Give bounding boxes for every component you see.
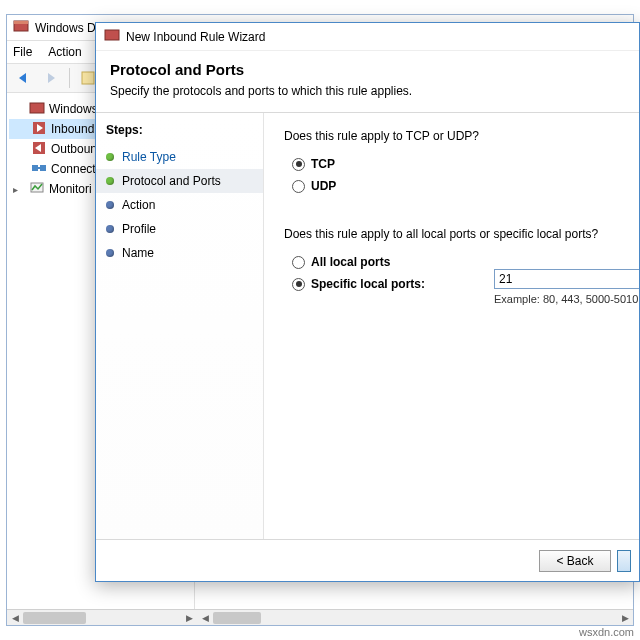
radio-icon[interactable] bbox=[292, 278, 305, 291]
firewall-app-icon bbox=[13, 18, 29, 37]
back-button[interactable] bbox=[11, 66, 35, 90]
scroll-right-icon[interactable]: ▶ bbox=[617, 610, 633, 625]
step-action[interactable]: Action bbox=[106, 193, 253, 217]
ports-example: Example: 80, 443, 5000-5010 bbox=[494, 293, 638, 305]
step-label: Profile bbox=[122, 222, 156, 236]
svg-marker-2 bbox=[19, 73, 26, 83]
tree-inbound-label: Inbound bbox=[51, 122, 94, 136]
wizard-title: New Inbound Rule Wizard bbox=[126, 30, 265, 44]
step-label: Protocol and Ports bbox=[122, 174, 221, 188]
wizard-app-icon bbox=[104, 27, 120, 46]
svg-marker-3 bbox=[48, 73, 55, 83]
svg-rect-14 bbox=[105, 30, 119, 40]
wizard-titlebar: New Inbound Rule Wizard bbox=[96, 23, 639, 51]
specific-ports-input[interactable] bbox=[494, 269, 639, 289]
ports-question: Does this rule apply to all local ports … bbox=[284, 227, 619, 241]
step-pending-icon bbox=[106, 249, 114, 257]
menu-file[interactable]: File bbox=[13, 45, 32, 59]
radio-tcp[interactable]: TCP bbox=[292, 153, 619, 175]
wizard-content: Does this rule apply to TCP or UDP? TCP … bbox=[264, 113, 639, 539]
back-button-label: < Back bbox=[556, 554, 593, 568]
radio-tcp-label: TCP bbox=[311, 157, 335, 171]
horizontal-scrollbar-right[interactable]: ◀ ▶ bbox=[197, 609, 633, 625]
step-pending-icon bbox=[106, 201, 114, 209]
radio-icon[interactable] bbox=[292, 180, 305, 193]
tree-monitoring-label: Monitori bbox=[49, 182, 92, 196]
step-active-icon bbox=[106, 177, 114, 185]
connection-icon bbox=[31, 160, 47, 179]
svg-rect-4 bbox=[82, 72, 94, 84]
svg-rect-12 bbox=[37, 167, 41, 169]
inbound-icon bbox=[31, 120, 47, 139]
tree-outbound-label: Outboun bbox=[51, 142, 97, 156]
outbound-icon bbox=[31, 140, 47, 159]
radio-specific-ports-label: Specific local ports: bbox=[311, 277, 425, 291]
wizard-footer: < Back bbox=[96, 539, 639, 581]
radio-icon[interactable] bbox=[292, 158, 305, 171]
step-protocol-ports[interactable]: Protocol and Ports bbox=[96, 169, 263, 193]
wizard-header: Protocol and Ports Specify the protocols… bbox=[96, 51, 639, 113]
radio-udp[interactable]: UDP bbox=[292, 175, 619, 197]
svg-rect-1 bbox=[14, 21, 28, 24]
scroll-right-icon[interactable]: ▶ bbox=[181, 610, 197, 625]
radio-all-ports-label: All local ports bbox=[311, 255, 390, 269]
step-name[interactable]: Name bbox=[106, 241, 253, 265]
wizard-steps: Steps: Rule Type Protocol and Ports Acti… bbox=[96, 113, 264, 539]
firewall-app-icon bbox=[29, 100, 45, 119]
monitoring-icon bbox=[29, 180, 45, 199]
toolbar-divider bbox=[69, 68, 70, 88]
step-profile[interactable]: Profile bbox=[106, 217, 253, 241]
inbound-rule-wizard: New Inbound Rule Wizard Protocol and Por… bbox=[95, 22, 640, 582]
step-pending-icon bbox=[106, 225, 114, 233]
step-rule-type[interactable]: Rule Type bbox=[106, 145, 253, 169]
watermark: wsxdn.com bbox=[579, 626, 634, 638]
menu-action[interactable]: Action bbox=[48, 45, 81, 59]
protocol-question: Does this rule apply to TCP or UDP? bbox=[284, 129, 619, 143]
step-label: Name bbox=[122, 246, 154, 260]
step-done-icon bbox=[106, 153, 114, 161]
expand-icon[interactable]: ▸ bbox=[13, 184, 25, 195]
wizard-subheading: Specify the protocols and ports to which… bbox=[110, 84, 625, 98]
forward-button[interactable] bbox=[39, 66, 63, 90]
steps-label: Steps: bbox=[106, 123, 253, 137]
wizard-heading: Protocol and Ports bbox=[110, 61, 625, 78]
radio-udp-label: UDP bbox=[311, 179, 336, 193]
back-button[interactable]: < Back bbox=[539, 550, 611, 572]
step-label: Rule Type bbox=[122, 150, 176, 164]
radio-icon[interactable] bbox=[292, 256, 305, 269]
scroll-left-icon[interactable]: ◀ bbox=[197, 610, 213, 625]
svg-rect-5 bbox=[30, 103, 44, 113]
next-button-edge[interactable] bbox=[617, 550, 631, 572]
scroll-left-icon[interactable]: ◀ bbox=[7, 610, 23, 625]
tree-connection-label: Connect bbox=[51, 162, 96, 176]
step-label: Action bbox=[122, 198, 155, 212]
horizontal-scrollbar-left[interactable]: ◀ ▶ bbox=[7, 609, 197, 625]
